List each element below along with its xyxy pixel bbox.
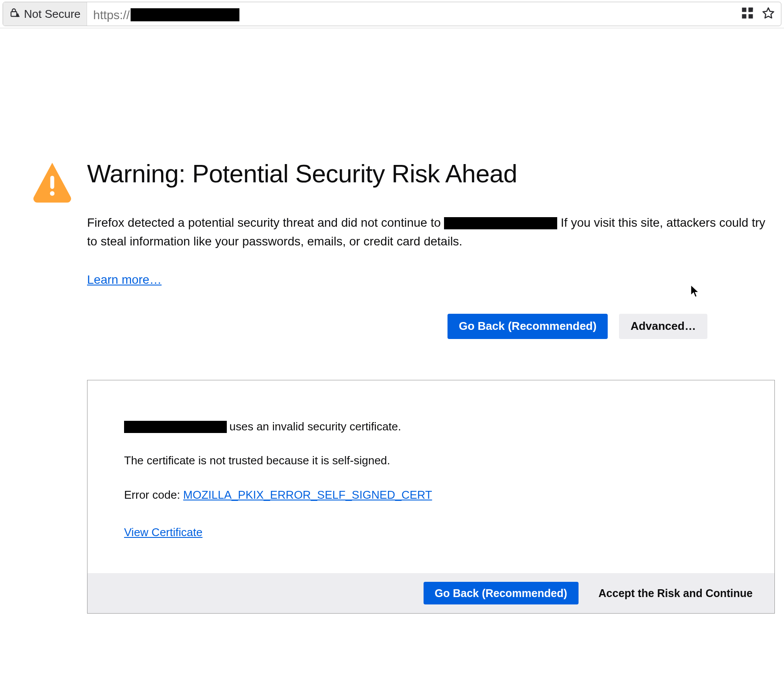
address-bar-actions: [735, 7, 781, 21]
warning-triangle-icon: [31, 161, 73, 205]
cert-reason-line: The certificate is not trusted because i…: [124, 453, 738, 468]
warning-host-redacted: [444, 217, 557, 229]
error-code-link[interactable]: MOZILLA_PKIX_ERROR_SELF_SIGNED_CERT: [183, 488, 432, 501]
cert-invalid-line: uses an invalid security certificate.: [124, 419, 738, 434]
page-title: Warning: Potential Security Risk Ahead: [87, 159, 775, 188]
svg-rect-6: [749, 14, 753, 19]
warning-desc-prefix: Firefox detected a potential security th…: [87, 216, 444, 229]
svg-rect-5: [742, 14, 747, 19]
cert-invalid-text: uses an invalid security certificate.: [229, 420, 401, 433]
primary-button-row: Go Back (Recommended) Advanced…: [448, 314, 775, 339]
security-indicator[interactable]: Not Secure: [3, 2, 87, 26]
svg-rect-1: [17, 14, 18, 15]
advanced-button[interactable]: Advanced…: [619, 314, 707, 339]
warning-description: Firefox detected a potential security th…: [87, 213, 766, 251]
advanced-panel: uses an invalid security certificate. Th…: [87, 380, 775, 614]
accept-risk-button[interactable]: Accept the Risk and Continue: [587, 582, 764, 604]
qr-code-icon[interactable]: [741, 7, 754, 21]
svg-rect-0: [11, 11, 17, 16]
url-host-redacted: [131, 8, 239, 21]
learn-more-link[interactable]: Learn more…: [87, 273, 162, 286]
error-page: Warning: Potential Security Risk Ahead F…: [0, 28, 784, 614]
security-label: Not Secure: [24, 7, 81, 21]
go-back-button[interactable]: Go Back (Recommended): [448, 314, 608, 339]
bookmark-star-icon[interactable]: [762, 7, 775, 21]
advanced-panel-footer: Go Back (Recommended) Accept the Risk an…: [87, 573, 774, 613]
view-certificate-link[interactable]: View Certificate: [124, 526, 202, 539]
address-bar[interactable]: Not Secure https://: [3, 2, 781, 26]
url-scheme: https://: [93, 8, 130, 22]
cert-host-redacted: [124, 421, 227, 433]
svg-point-10: [50, 191, 55, 196]
svg-rect-9: [50, 176, 54, 189]
mouse-cursor-icon: [690, 285, 700, 298]
panel-go-back-button[interactable]: Go Back (Recommended): [424, 582, 579, 604]
lock-warning-icon: [9, 7, 20, 21]
url-field[interactable]: https://: [87, 6, 735, 22]
svg-rect-3: [742, 8, 747, 12]
error-code-line: Error code: MOZILLA_PKIX_ERROR_SELF_SIGN…: [124, 487, 738, 503]
error-code-label: Error code:: [124, 488, 183, 501]
svg-rect-2: [17, 16, 18, 16]
address-bar-container: Not Secure https://: [0, 0, 784, 26]
